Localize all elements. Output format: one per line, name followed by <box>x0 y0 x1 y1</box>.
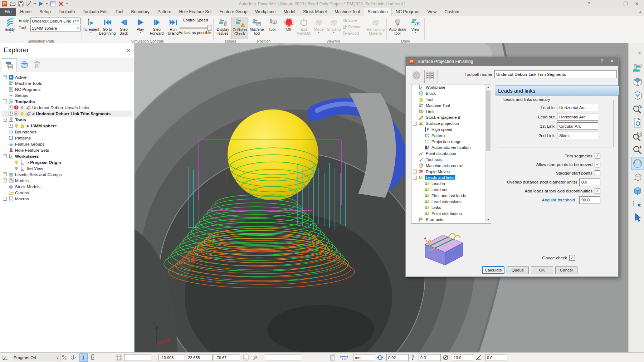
dialog-title-bar[interactable]: P Surface Projection Finishing <box>406 57 618 66</box>
angular-threshold-link[interactable]: Angular threshold <box>542 197 575 202</box>
step-back-button[interactable]: Step Back <box>116 17 132 38</box>
tree-item-machine-tool[interactable]: Machine Tool <box>411 102 491 108</box>
calculate-button[interactable]: Calculate <box>482 266 504 274</box>
close-button[interactable]: ✕ <box>632 1 642 7</box>
expand-icon[interactable]: + <box>413 170 417 173</box>
lead-out-value[interactable]: Horizontal Arc <box>557 113 598 121</box>
tree-item-tool[interactable]: Tool <box>411 97 491 103</box>
list-icon[interactable] <box>243 354 249 361</box>
tab-hole-feature-set[interactable]: Hole Feature Set <box>175 8 216 16</box>
tab-view[interactable]: View <box>423 8 440 16</box>
grid-size-field[interactable] <box>124 354 151 361</box>
tab-boundary[interactable]: Boundary <box>127 8 153 16</box>
units-field[interactable] <box>353 354 375 361</box>
ok-button[interactable]: OK <box>531 266 553 274</box>
tree-item-high-speed[interactable]: FHigh speed <box>411 127 491 133</box>
tab-pattern[interactable]: Pattern <box>153 8 175 16</box>
tree-item-levels-sets-and-clamps[interactable]: +Levels, Sets and Clamps <box>1 171 132 177</box>
tree-item-feature-groups[interactable]: Feature Groups <box>1 141 132 147</box>
trash-icon[interactable] <box>33 60 42 69</box>
workplane-edit-icon[interactable] <box>61 354 68 361</box>
exit-viewmill-button[interactable]: Exit ViewMill <box>296 17 311 38</box>
z-axis-mode-icon[interactable] <box>79 353 88 362</box>
increment-button[interactable]: Increment▾ <box>83 17 99 38</box>
tree-item-workplanes[interactable]: −Workplanes <box>1 153 132 159</box>
gouge-check-checkbox[interactable]: ✓ <box>569 255 575 261</box>
scroll-thumb[interactable] <box>486 90 491 151</box>
tree-item-macros[interactable]: +Macros <box>1 196 132 202</box>
dialog-close-button[interactable]: ✕ <box>610 58 614 64</box>
tree-item-limit[interactable]: Limit <box>411 108 491 114</box>
x-coordinate-field[interactable] <box>158 354 185 361</box>
display-issues-button[interactable]: Display Issues <box>215 17 231 38</box>
play-button[interactable]: Play▾ <box>132 17 148 38</box>
store-button[interactable]: Store <box>342 18 361 23</box>
auto-draw-tool-button[interactable]: Auto-draw tool <box>389 17 406 38</box>
tab-toolpath[interactable]: Toolpath <box>55 8 79 16</box>
scroll-down-icon[interactable]: ▼ <box>486 217 491 222</box>
tree-item-nc-programs[interactable]: GNC Programs <box>1 86 132 92</box>
view-toolbar-close-icon[interactable]: ✕ <box>638 50 641 56</box>
tree-item-start-point[interactable]: Start point <box>411 217 491 223</box>
tab-toolpath-edit[interactable]: Toolpath Edit <box>79 8 111 16</box>
tree-item-tools[interactable]: −Tools <box>1 117 132 123</box>
machine-view-button[interactable] <box>631 62 644 75</box>
y-coordinate-field[interactable] <box>186 354 213 361</box>
toolpath-name-input[interactable] <box>494 70 617 78</box>
zoom-previous-button[interactable] <box>631 103 644 116</box>
machine-tool-button[interactable]: Machine Tool <box>249 17 264 38</box>
cancel-button[interactable]: Cancel <box>555 266 577 274</box>
remaining-material-button[interactable]: Remaining Material <box>366 17 386 38</box>
tree-item-toolpaths[interactable]: −Toolpaths <box>1 98 132 104</box>
expand-icon[interactable]: + <box>3 197 7 201</box>
queue-button[interactable]: Queue <box>507 266 529 274</box>
entity-select[interactable]: Undercut Deburr Link Tr∨ <box>30 18 80 24</box>
explorer-tree-tab[interactable] <box>2 58 17 72</box>
shaded-view-button[interactable] <box>631 184 644 197</box>
zoom-in-out-button[interactable] <box>631 143 644 156</box>
tree-item-boundaries[interactable]: Boundaries <box>1 129 132 135</box>
globe-view-button[interactable] <box>631 157 644 170</box>
explorer-close-icon[interactable]: ✕ <box>126 48 131 53</box>
tool-button[interactable]: Tool <box>264 17 280 38</box>
tree-item-point-distribution[interactable]: Point distribution <box>411 211 491 217</box>
z-coordinate-field[interactable] <box>214 354 240 361</box>
tree-item-workplane[interactable]: Workplane <box>411 84 491 90</box>
select-area-button[interactable] <box>631 198 644 211</box>
tree-item-projection-range[interactable]: Projection range <box>411 138 491 145</box>
expand-icon[interactable]: + <box>9 106 13 109</box>
tree-item-set-view[interactable]: Set View <box>1 165 132 171</box>
tree-item-undercut-deburr-link-trim-segments[interactable]: +> Undercut Deburr Link Trim Segments <box>1 111 132 117</box>
iso-view-2-button[interactable] <box>631 89 644 102</box>
tree-item-patterns[interactable]: Patterns <box>1 135 132 141</box>
tab-machine-tool[interactable]: Machine Tool <box>331 8 364 16</box>
expand-icon[interactable]: + <box>9 112 13 116</box>
dialog-help-button[interactable]: ? <box>601 58 603 64</box>
step-forward-button[interactable]: Step Forward <box>148 17 165 38</box>
overlap-distance-tool-diameter-units-input[interactable]: 0.0 <box>579 178 600 186</box>
tab-nc-program[interactable]: NC Program <box>392 8 424 16</box>
tree-item-automatic-verification[interactable]: Automatic verification <box>411 145 491 151</box>
tree-item-hole-feature-sets[interactable]: Hole Feature Sets <box>1 147 132 153</box>
thickness-field[interactable] <box>419 354 441 361</box>
tree-item-groups[interactable]: Groups <box>1 190 132 196</box>
tree-item-13mm-sphere[interactable]: +> 13MM sphere <box>1 123 132 129</box>
add-leads-at-tool-axis-discontinuities-checkbox[interactable]: ✓ <box>595 188 600 194</box>
view-button[interactable]: View▾ <box>406 17 424 38</box>
select-cursor-button[interactable] <box>631 211 644 224</box>
tab-simulation[interactable]: Simulation <box>364 8 392 16</box>
tree-item-undercut-deburr-unsafe-links[interactable]: +Undercut Deburr Unsafe Links <box>1 104 132 111</box>
collapse-icon[interactable]: − <box>3 118 7 122</box>
wireframe-view-button[interactable] <box>631 171 644 184</box>
stagger-start-points-checkbox[interactable] <box>595 170 600 176</box>
expand-icon[interactable]: + <box>3 75 7 79</box>
expand-icon[interactable]: + <box>3 172 7 176</box>
tab-tool[interactable]: Tool <box>111 8 127 16</box>
tab-model[interactable]: Model <box>279 8 299 16</box>
tree-item-block[interactable]: Block <box>411 90 491 97</box>
expand-icon[interactable]: + <box>3 178 7 182</box>
clamp-icon[interactable] <box>89 354 96 361</box>
collapse-icon[interactable]: − <box>413 122 417 126</box>
tree-item-stock-models[interactable]: Stock Models <box>1 184 132 190</box>
collapse-icon[interactable]: − <box>413 176 417 180</box>
